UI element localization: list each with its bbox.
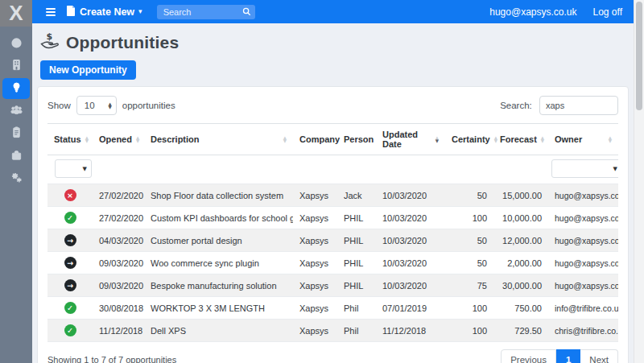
opportunities-card: Show 10 ▲▼ opportunities Search: Status▲… (37, 86, 629, 363)
sort-icon: ▲▼ (136, 136, 139, 143)
sort-icon: ▲▼ (283, 136, 287, 143)
status-icon: ✓ (64, 324, 76, 336)
chevron-down-icon: ▼ (83, 166, 87, 172)
updown-icon: ▲▼ (109, 102, 112, 109)
col-header-description[interactable]: Description▲▼ (144, 124, 293, 155)
status-icon: ✓ (64, 302, 76, 314)
show-label: Show (47, 101, 71, 110)
scrollbar-thumb[interactable] (636, 2, 642, 110)
table-row[interactable]: → 09/03/2020Bespoke manufacturing soluti… (47, 274, 618, 297)
sort-icon: ▲▼ (85, 136, 89, 143)
status-icon: → (64, 279, 76, 291)
owner-filter-select[interactable]: ▼ (551, 159, 618, 178)
show-entries-select[interactable]: 10 ▲▼ (76, 96, 117, 115)
sidebar-item-settings[interactable] (2, 168, 30, 189)
top-navbar: Create New ▾ hugo@xapsys.co.uk Log off (32, 0, 634, 23)
status-icon: → (64, 234, 76, 246)
table-row[interactable]: → 04/03/2020Customer portal design Xapsy… (47, 229, 618, 252)
user-email[interactable]: hugo@xapsys.co.uk (489, 6, 576, 18)
table-row[interactable]: → 09/03/2020Woo commerce sync plugin Xap… (47, 252, 618, 274)
file-icon (67, 6, 76, 19)
sort-desc-icon: ▲▼ (436, 136, 439, 143)
page-1-button[interactable]: 1 (556, 349, 580, 363)
users-icon (10, 104, 23, 119)
sort-icon: ▲▼ (541, 136, 544, 143)
vertical-scrollbar (634, 0, 644, 363)
next-page-button[interactable]: Next (580, 349, 618, 363)
col-header-updated-date[interactable]: Updated Date▲▼ (376, 124, 445, 155)
col-header-person[interactable]: Person (337, 124, 376, 155)
sidebar-item-contacts[interactable] (2, 101, 30, 122)
sort-icon: ▲▼ (609, 136, 612, 143)
table-search-label: Search: (500, 101, 532, 110)
table-search-input[interactable] (539, 96, 618, 115)
col-header-status[interactable]: Status▲▼ (47, 124, 93, 155)
chevron-down-icon: ▾ (138, 8, 142, 15)
show-suffix-label: opportunities (122, 101, 175, 110)
hand-holding-usd-icon: $ (40, 32, 60, 53)
sidebar-item-opportunities[interactable] (2, 78, 30, 99)
clipboard-icon (10, 126, 23, 142)
table-row[interactable]: ✓ 11/12/2018Dell XPS XapsysPhil 11/12/20… (47, 320, 618, 342)
log-off-link[interactable]: Log off (593, 6, 622, 18)
status-icon: ✓ (64, 212, 76, 224)
status-filter-select[interactable]: ▼ (55, 159, 92, 178)
pagination: Previous 1 Next (501, 349, 618, 363)
navbar-search-input[interactable] (157, 5, 255, 19)
col-header-forecast[interactable]: Forecast▲▼ (493, 124, 548, 155)
new-opportunity-button[interactable]: New Opportunity (40, 60, 136, 80)
col-header-certainty[interactable]: Certainty▲▼ (445, 124, 493, 155)
chevron-down-icon: ▼ (613, 166, 617, 172)
previous-page-button[interactable]: Previous (501, 349, 556, 363)
gauge-icon (10, 36, 23, 52)
status-icon: × (64, 189, 76, 201)
briefcase-icon (10, 149, 23, 164)
opportunities-table: Status▲▼ Opened▲▼ Description▲▼ Company … (47, 123, 618, 342)
header-row: Status▲▼ Opened▲▼ Description▲▼ Company … (47, 124, 618, 155)
create-new-button[interactable]: Create New ▾ (67, 6, 142, 19)
sidebar-item-documents[interactable] (2, 123, 30, 144)
col-header-company[interactable]: Company (293, 124, 337, 155)
page-title: Opportunities (66, 33, 179, 52)
main-content: $ Opportunities New Opportunity Show 10 … (32, 23, 634, 363)
app-logo[interactable]: X (0, 0, 32, 27)
filter-row: ▼ ▼ (47, 155, 618, 184)
sidebar-item-jobs[interactable] (2, 146, 30, 167)
lightbulb-icon (10, 81, 23, 97)
col-header-owner[interactable]: Owner▲▼ (548, 124, 618, 155)
sidebar: X (0, 0, 32, 363)
table-row[interactable]: × 27/02/2020Shop Floor data collection s… (47, 184, 618, 207)
create-new-label: Create New (80, 6, 134, 18)
show-entries-value: 10 (85, 101, 95, 110)
building-icon (10, 59, 23, 74)
table-row[interactable]: ✓ 27/02/2020Custom KPI dashboards for sc… (47, 207, 618, 229)
table-row[interactable]: ✓ 30/08/2018WORKTOP 3 X 3M LENGTH Xapsys… (47, 297, 618, 320)
status-icon: → (64, 257, 76, 269)
menu-icon[interactable] (46, 8, 56, 16)
col-header-opened[interactable]: Opened▲▼ (93, 124, 144, 155)
sort-icon: ▲▼ (494, 136, 497, 143)
svg-text:$: $ (47, 32, 53, 42)
sidebar-item-companies[interactable] (2, 56, 30, 76)
navbar-search (157, 4, 255, 19)
gears-icon (10, 171, 23, 187)
showing-summary: Showing 1 to 7 of 7 opportunities (47, 355, 176, 363)
sidebar-item-dashboard[interactable] (2, 33, 30, 54)
